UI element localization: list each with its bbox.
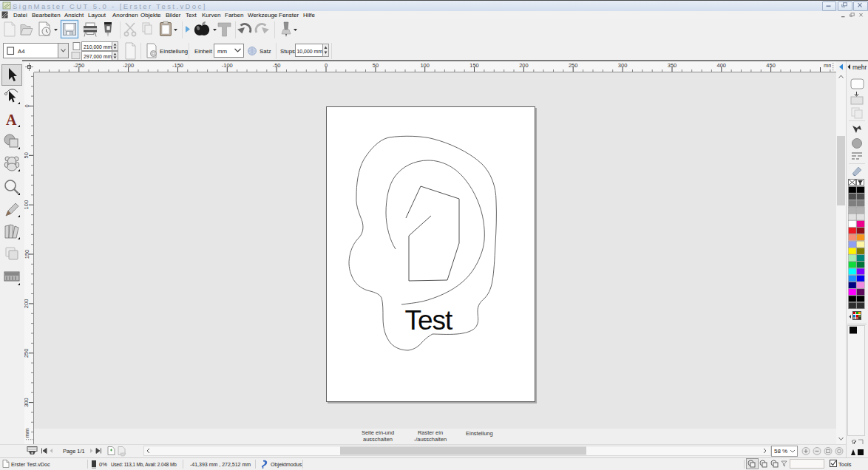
svg-text:-41,393 mm , 272,512 mm: -41,393 mm , 272,512 mm xyxy=(190,462,251,467)
svg-text:Satz: Satz xyxy=(260,48,271,55)
svg-text:150: 150 xyxy=(24,250,30,259)
svg-text:200: 200 xyxy=(519,62,529,69)
svg-text:Objektmodus: Objektmodus xyxy=(271,461,302,468)
svg-text:0: 0 xyxy=(24,104,30,107)
svg-text:50: 50 xyxy=(24,152,30,158)
svg-text:0: 0 xyxy=(325,62,328,69)
svg-text:-200: -200 xyxy=(123,62,134,69)
svg-text:Used: 113,1 Mb, Avail: 2.048 M: Used: 113,1 Mb, Avail: 2.048 Mb xyxy=(111,462,177,467)
svg-text:Stups: Stups xyxy=(280,48,295,55)
svg-text:0%: 0% xyxy=(99,461,107,468)
svg-text:Erster Test.vDoc: Erster Test.vDoc xyxy=(11,461,50,468)
svg-text:250: 250 xyxy=(569,62,578,69)
svg-text:300: 300 xyxy=(24,398,30,407)
svg-text:mm: mm xyxy=(217,48,227,55)
svg-text:mm: mm xyxy=(24,429,30,438)
svg-text:150: 150 xyxy=(469,62,479,69)
svg-text:Tools: Tools xyxy=(838,461,852,468)
svg-text:mehr: mehr xyxy=(852,64,867,71)
svg-text:Test: Test xyxy=(405,305,454,336)
svg-text:200: 200 xyxy=(24,299,30,309)
svg-text:A4: A4 xyxy=(18,48,25,55)
svg-text:-100: -100 xyxy=(222,62,233,69)
svg-text:Page 1/1: Page 1/1 xyxy=(63,448,85,454)
svg-text:297,000 mm: 297,000 mm xyxy=(84,54,112,59)
svg-text:Einheit: Einheit xyxy=(194,48,213,55)
svg-text:100: 100 xyxy=(24,200,30,210)
svg-text:58 %: 58 % xyxy=(774,448,787,454)
svg-text:10,000 mm: 10,000 mm xyxy=(297,49,323,54)
svg-text:100: 100 xyxy=(420,62,430,69)
svg-text:A: A xyxy=(6,112,17,128)
svg-text:50: 50 xyxy=(373,62,379,69)
svg-text:400: 400 xyxy=(717,62,727,69)
svg-text:450: 450 xyxy=(766,62,776,69)
svg-text:-150: -150 xyxy=(172,62,183,69)
svg-text:300: 300 xyxy=(618,62,628,69)
svg-text:350: 350 xyxy=(668,62,677,69)
svg-text:250: 250 xyxy=(24,349,30,358)
svg-text:Einstellung: Einstellung xyxy=(160,48,188,55)
svg-text:-250: -250 xyxy=(73,62,84,69)
svg-text:210,000 mm: 210,000 mm xyxy=(84,44,112,50)
svg-text:-50: -50 xyxy=(273,62,281,69)
